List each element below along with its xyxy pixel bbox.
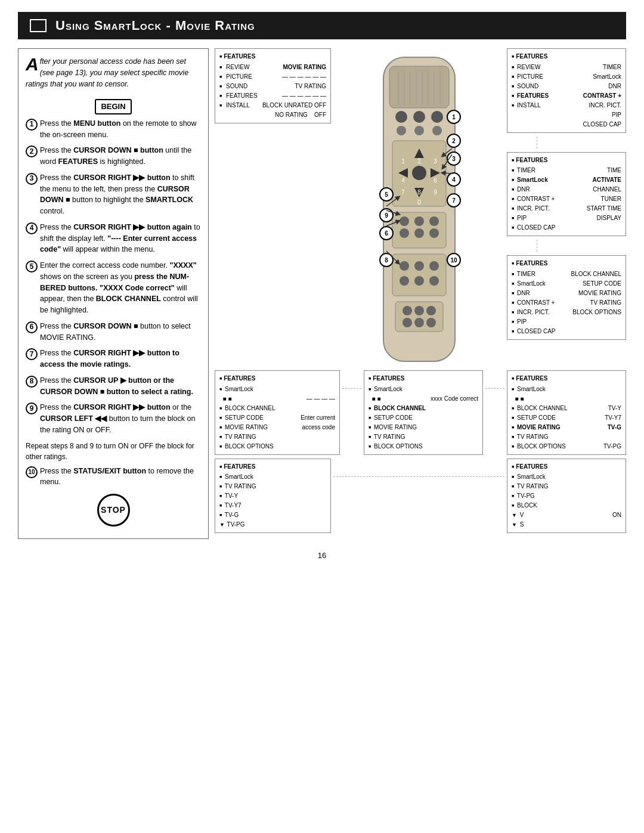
row-mr2-incrpict: ■ INCR. PICT. BLOCK OPTIONS xyxy=(512,308,621,317)
svg-point-66 xyxy=(402,306,412,315)
row-bon-smartlock: ■ SmartLock xyxy=(512,472,621,482)
svg-point-12 xyxy=(431,111,443,123)
svg-point-70 xyxy=(414,318,424,327)
row-bon-block: ■ BLOCK xyxy=(512,501,621,510)
row-brt-movierating: ■ MOVIE RATING TV-G xyxy=(512,423,621,432)
row-tvr-tvg: ■ TV-G xyxy=(219,510,326,520)
middle-row: ■ FEATURES ■ SmartLock ■ ■ — — — — ■ BLO… xyxy=(215,370,626,455)
svg-point-59 xyxy=(414,276,424,286)
row-brt-dots: ■ ■ xyxy=(512,394,621,404)
svg-text:9: 9 xyxy=(385,212,388,219)
row-mr1-cc: ■ CLOSED CAP xyxy=(512,223,621,233)
svg-point-60 xyxy=(429,276,439,286)
row-bon-v: ▼ V ON xyxy=(512,510,621,520)
svg-text:7: 7 xyxy=(452,197,456,204)
panel-top-right: ■ FEATURES ■ REVIEW TIMER ■ PICTURE Smar… xyxy=(507,48,626,133)
row-bl-smartlock: ■ SmartLock xyxy=(369,385,478,394)
diagram-column: ■ FEATURES ■ REVIEW MOVIE RATING ■ PICTU… xyxy=(215,48,626,539)
svg-point-11 xyxy=(413,111,425,123)
row-bon-s: ▼ S xyxy=(512,520,621,529)
panel-mid-left-enter: ■ FEATURES ■ SmartLock ■ ■ — — — — ■ BLO… xyxy=(215,370,340,455)
row-ml-blockchan: ■ BLOCK CHANNEL xyxy=(219,404,335,413)
svg-text:10: 10 xyxy=(450,257,457,264)
step-5: 5 Enter the correct access code number. … xyxy=(26,260,201,316)
step-10: 10 Press the STATUS/EXIT button to remov… xyxy=(26,466,201,488)
step-num-5: 5 xyxy=(26,261,38,272)
svg-text:5: 5 xyxy=(385,191,388,198)
instructions-column: A fter your personal access code has bee… xyxy=(18,48,209,539)
row-sound-tvrating: ■ SOUND TV RATING xyxy=(219,82,326,91)
row-tvr-tvrating: ■ TV RATING xyxy=(219,482,326,491)
row-ml-setupcode: ■ SETUP CODE Enter current xyxy=(219,413,335,423)
row-review-movierating: ■ REVIEW MOVIE RATING xyxy=(219,63,326,72)
row-tr-cc: CLOSED CAP xyxy=(512,120,621,129)
row-tvr-tvpg: ▼ TV-PG xyxy=(219,520,326,529)
intro-text: fter your personal access code has been … xyxy=(26,57,188,88)
row-tr-install: ■ INSTALL INCR. PICT. xyxy=(512,101,621,110)
row-mr2-dnr: ■ DNR MOVIE RATING xyxy=(512,289,621,298)
row-mr1-smartlock: ■ SmartLock ACTIVATE xyxy=(512,175,621,185)
right-panel-stack: ■ FEATURES ■ REVIEW TIMER ■ PICTURE Smar… xyxy=(507,48,626,340)
panel-mid-right-1: ■ FEATURES ■ TIMER TIME ■ SmartLock ACTI… xyxy=(507,152,626,237)
svg-text:3: 3 xyxy=(434,158,437,165)
row-features: ■ FEATURES — — — — — — xyxy=(219,91,326,101)
row-mr1-contrast: ■ CONTRAST + TUNER xyxy=(512,194,621,204)
panel-top-left: ■ FEATURES ■ REVIEW MOVIE RATING ■ PICTU… xyxy=(215,48,331,123)
row-brt-blockchan: ■ BLOCK CHANNEL TV-Y xyxy=(512,404,621,413)
row-tr-picture: ■ PICTURE SmartLock xyxy=(512,72,621,82)
row-mr1-incrpict: ■ INCR. PICT. START TIME xyxy=(512,204,621,213)
header: Using SmartLock - Movie Rating xyxy=(18,12,626,39)
svg-point-15 xyxy=(432,126,442,135)
step-text-9: Press the CURSOR RIGHT ▶▶ button or the … xyxy=(40,402,201,435)
drop-cap: A xyxy=(26,56,39,72)
svg-point-21 xyxy=(412,166,426,180)
intro-paragraph: A fter your personal access code has bee… xyxy=(26,56,201,89)
step-num-1: 1 xyxy=(26,119,38,131)
step-num-10: 10 xyxy=(26,466,38,478)
svg-line-74 xyxy=(443,173,452,174)
row-tvr-smartlock: ■ SmartLock xyxy=(219,472,326,482)
begin-badge: BEGIN xyxy=(95,99,131,114)
svg-text:2: 2 xyxy=(452,138,456,144)
svg-text:6: 6 xyxy=(434,177,437,184)
row-install-block: ■ INSTALL BLOCK UNRATED OFF xyxy=(219,101,326,110)
page: Using SmartLock - Movie Rating A fter yo… xyxy=(0,0,644,833)
step-3: 3 Press the CURSOR RIGHT ▶▶ button to sh… xyxy=(26,172,201,217)
svg-point-45 xyxy=(400,228,409,238)
step-num-4: 4 xyxy=(26,222,38,234)
svg-point-67 xyxy=(414,306,424,315)
page-title: Using SmartLock - Movie Rating xyxy=(55,18,255,33)
row-ml-smartlock: ■ SmartLock xyxy=(219,385,335,394)
row-mr2-pip: ■ PIP xyxy=(512,317,621,327)
row-tvr-tvy: ■ TV-Y xyxy=(219,491,326,501)
svg-text:3: 3 xyxy=(452,156,456,162)
row-tr-features: ■ FEATURES CONTRAST + xyxy=(512,91,621,101)
svg-rect-54 xyxy=(392,254,446,296)
svg-point-71 xyxy=(426,318,436,327)
step-text-4: Press the CURSOR RIGHT ▶▶ button again t… xyxy=(40,222,201,255)
step-text-1: Press the MENU button on the remote to s… xyxy=(40,118,201,141)
row-bon-tvrating: ■ TV RATING xyxy=(512,482,621,491)
panel-bot-right-tvy: ■ FEATURES ■ SmartLock ■ ■ ■ BLOCK CHANN… xyxy=(507,370,626,455)
step-text-5: Enter the correct access code number. "X… xyxy=(40,260,201,316)
row-no-rating: NO RATING OFF xyxy=(219,110,326,120)
row-brt-blockopts: ■ BLOCK OPTIONS TV-PG xyxy=(512,442,621,451)
row-bl-blockchan: ■ BLOCK CHANNEL xyxy=(369,404,478,413)
panel-block-on: ■ FEATURES ■ SmartLock ■ TV RATING ■ TV-… xyxy=(507,459,626,534)
bottom-row: ■ FEATURES ■ SmartLock ■ TV RATING ■ TV-… xyxy=(215,459,626,534)
row-ml-blockopts: ■ BLOCK OPTIONS xyxy=(219,442,335,451)
step-text-2: Press the CURSOR DOWN ■ button until the… xyxy=(40,145,201,168)
remote-svg: 1 2 3 4 6 7 8 9 0 1 xyxy=(366,54,473,364)
row-bl-setupcode: ■ SETUP CODE xyxy=(369,413,478,423)
svg-text:2: 2 xyxy=(417,158,421,165)
step-num-7: 7 xyxy=(26,348,38,360)
row-mr2-timer: ■ TIMER BLOCK CHANNEL xyxy=(512,270,621,279)
step-text-10: Press the STATUS/EXIT button to remove t… xyxy=(40,466,201,488)
row-mr1-pip: ■ PIP DISPLAY xyxy=(512,213,621,223)
tv-icon xyxy=(30,19,47,32)
remote-wrapper: 1 2 3 4 6 7 8 9 0 1 xyxy=(336,48,502,367)
step-8: 8 Press the CURSOR UP ▶ button or the CU… xyxy=(26,375,201,398)
stop-badge: STOP xyxy=(97,494,130,527)
svg-text:4: 4 xyxy=(452,176,456,183)
row-bl-blockopts: ■ BLOCK OPTIONS xyxy=(369,442,478,451)
